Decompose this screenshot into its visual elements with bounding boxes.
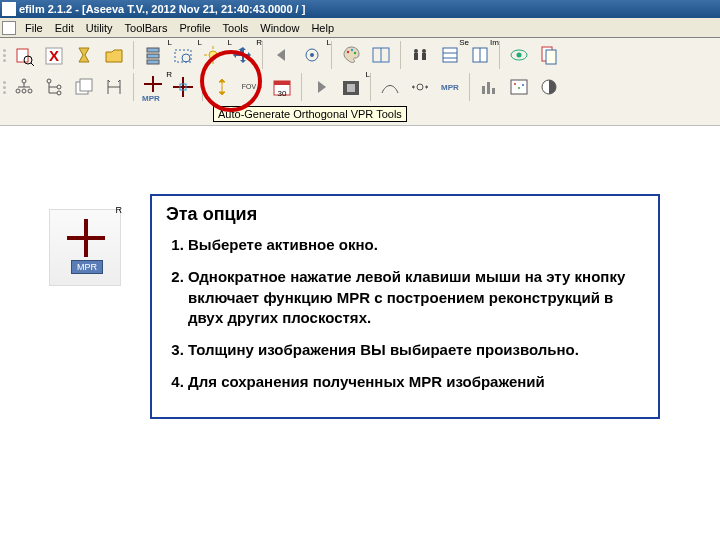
menu-bar: File Edit Utility ToolBars Profile Tools… xyxy=(0,18,720,38)
svg-point-65 xyxy=(522,84,524,86)
svg-point-9 xyxy=(182,54,190,62)
svg-point-58 xyxy=(417,84,423,90)
fov-label: FOV = xyxy=(242,84,262,90)
instruction-panel: Эта опция Выберете активное окно. Однокр… xyxy=(150,194,660,419)
svg-rect-25 xyxy=(422,53,426,60)
toolbar-next[interactable] xyxy=(308,72,334,102)
snippet-r-badge: R xyxy=(116,205,123,215)
instruction-item: Выберете активное окно. xyxy=(188,235,644,255)
svg-point-24 xyxy=(422,49,426,53)
svg-rect-7 xyxy=(147,60,159,64)
toolbar-cross-snap[interactable] xyxy=(170,72,196,102)
toolbar-eye[interactable] xyxy=(506,40,532,70)
svg-rect-26 xyxy=(443,48,457,62)
tooltip: Auto-Generate Orthogonal VPR Tools xyxy=(213,106,407,122)
toolbar-move-h[interactable] xyxy=(407,72,433,102)
toolbar-open[interactable] xyxy=(101,40,127,70)
svg-point-63 xyxy=(514,83,516,85)
svg-rect-23 xyxy=(414,53,418,60)
toolbar-search[interactable] xyxy=(11,40,37,70)
toolbar-grip[interactable] xyxy=(3,73,7,101)
toolbar-clone[interactable] xyxy=(71,72,97,102)
toolbar-mpr-small[interactable]: MPR xyxy=(437,72,463,102)
cal-badge: 30 xyxy=(278,89,287,98)
toolbar-delete[interactable]: X xyxy=(41,40,67,70)
svg-point-35 xyxy=(22,79,26,83)
svg-point-17 xyxy=(347,51,349,53)
toolbar-mpr[interactable]: R MPR xyxy=(140,72,166,102)
instruction-item: Однократное нажатие левой клавиши мыши н… xyxy=(188,267,644,328)
svg-rect-57 xyxy=(347,84,355,92)
svg-rect-60 xyxy=(487,82,490,94)
svg-point-22 xyxy=(414,49,418,53)
svg-point-64 xyxy=(518,87,520,89)
mpr-label: MPR xyxy=(142,94,160,103)
toolbar-series-info[interactable]: Se xyxy=(437,40,463,70)
svg-rect-6 xyxy=(147,54,159,58)
svg-rect-34 xyxy=(546,50,556,64)
menu-profile[interactable]: Profile xyxy=(173,20,216,36)
toolbar-split-view[interactable] xyxy=(368,40,394,70)
svg-rect-61 xyxy=(492,88,495,94)
toolbar-palette[interactable] xyxy=(338,40,364,70)
toolbar-image-info[interactable]: Im xyxy=(467,40,493,70)
toolbar-wait[interactable] xyxy=(71,40,97,70)
toolbar-calendar[interactable]: 30 xyxy=(269,72,295,102)
toolbar-resize-v[interactable] xyxy=(209,72,235,102)
svg-point-44 xyxy=(57,85,61,89)
instruction-item: Для сохранения полученных MPR изображени… xyxy=(188,372,644,392)
toolbar-prev[interactable] xyxy=(269,40,295,70)
menu-edit[interactable]: Edit xyxy=(49,20,80,36)
svg-point-10 xyxy=(209,51,217,59)
app-icon xyxy=(2,2,16,16)
document-icon xyxy=(2,21,16,35)
svg-rect-5 xyxy=(147,48,159,52)
instruction-title: Эта опция xyxy=(166,204,644,225)
svg-point-19 xyxy=(354,52,356,54)
menu-tools[interactable]: Tools xyxy=(217,20,255,36)
toolbar-row-2: R MPR FOV = 30 L xyxy=(3,72,717,102)
menu-help[interactable]: Help xyxy=(305,20,340,36)
svg-rect-48 xyxy=(80,79,92,91)
svg-rect-55 xyxy=(274,81,290,85)
svg-point-39 xyxy=(22,89,26,93)
svg-point-16 xyxy=(310,53,314,57)
svg-point-46 xyxy=(57,91,61,95)
svg-point-41 xyxy=(47,79,51,83)
svg-point-38 xyxy=(16,89,20,93)
toolbar-levels[interactable] xyxy=(506,72,532,102)
instruction-item: Толщину изображения ВЫ выбираете произво… xyxy=(188,340,644,360)
mpr-zoom-snippet: R MPR xyxy=(45,205,125,290)
svg-point-40 xyxy=(28,89,32,93)
menu-window[interactable]: Window xyxy=(254,20,305,36)
toolbar-curve[interactable] xyxy=(377,72,403,102)
toolbar-target[interactable]: L xyxy=(299,40,325,70)
window-title: efilm 2.1.2 - [Aseeva T.V., 2012 Nov 21,… xyxy=(19,3,305,15)
menu-utility[interactable]: Utility xyxy=(80,20,119,36)
svg-rect-59 xyxy=(482,86,485,94)
toolbar-pan[interactable]: R xyxy=(230,40,256,70)
toolbar-hierarchy[interactable] xyxy=(11,72,37,102)
toolbar-slice-stack[interactable]: L xyxy=(140,40,166,70)
toolbar-grip[interactable] xyxy=(3,41,7,69)
toolbar-brightness[interactable]: L xyxy=(200,40,226,70)
toolbar-bars[interactable] xyxy=(476,72,502,102)
menu-file[interactable]: File xyxy=(19,20,49,36)
toolbar-caliper[interactable] xyxy=(101,72,127,102)
menu-toolbars[interactable]: ToolBars xyxy=(119,20,174,36)
svg-rect-0 xyxy=(17,49,28,62)
toolbar-row-1: X L L L R L xyxy=(3,40,717,70)
toolbar-mask[interactable]: L xyxy=(338,72,364,102)
toolbar-persons[interactable] xyxy=(407,40,433,70)
toolbar-notes[interactable] xyxy=(536,40,562,70)
toolbar-fov[interactable]: FOV = xyxy=(239,72,265,102)
svg-point-32 xyxy=(517,53,522,58)
toolbar-contrast[interactable] xyxy=(536,72,562,102)
toolbar-zoom-region[interactable]: L xyxy=(170,40,196,70)
toolbar-tree[interactable] xyxy=(41,72,67,102)
svg-point-18 xyxy=(351,49,353,51)
svg-text:X: X xyxy=(49,47,59,64)
window-titlebar: efilm 2.1.2 - [Aseeva T.V., 2012 Nov 21,… xyxy=(0,0,720,18)
svg-line-2 xyxy=(31,63,34,66)
crosshair-icon xyxy=(67,219,105,257)
